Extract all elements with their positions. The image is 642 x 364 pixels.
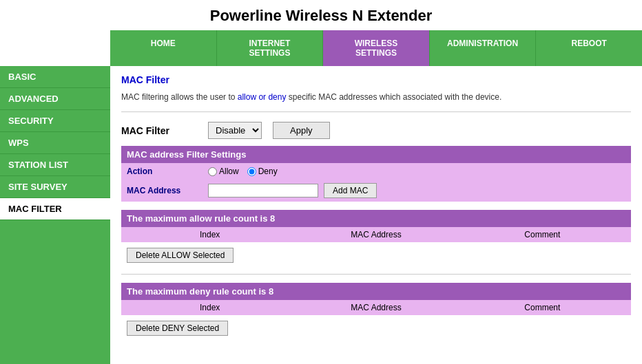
sidebar: BASIC ADVANCED SECURITY WPS STATION LIST… bbox=[0, 66, 110, 364]
deny-rules-section: The maximum deny rule count is 8 Index M… bbox=[121, 283, 631, 341]
allow-col-index: Index bbox=[127, 230, 293, 239]
divider-1 bbox=[121, 111, 631, 112]
deny-col-index: Index bbox=[127, 303, 293, 312]
deny-radio[interactable] bbox=[247, 167, 256, 176]
sidebar-item-mac-filter[interactable]: MAC FILTER bbox=[0, 198, 110, 220]
mac-address-row: MAC Address Add MAC bbox=[121, 180, 631, 202]
sidebar-item-security[interactable]: SECURITY bbox=[0, 110, 110, 132]
main-layout: BASIC ADVANCED SECURITY WPS STATION LIST… bbox=[0, 66, 642, 364]
sidebar-item-wps[interactable]: WPS bbox=[0, 132, 110, 154]
allow-radio[interactable] bbox=[208, 167, 217, 176]
filter-settings-section: MAC address Filter Settings Action Allow… bbox=[121, 146, 631, 202]
nav-administration[interactable]: ADMINISTRATION bbox=[430, 30, 537, 66]
action-label: Action bbox=[127, 167, 203, 176]
action-row: Action Allow Deny bbox=[121, 163, 631, 180]
deny-delete-row: Delete DENY Selected bbox=[121, 315, 631, 341]
mac-address-label: MAC Address bbox=[127, 186, 203, 195]
deny-section-header: The maximum deny rule count is 8 bbox=[121, 283, 631, 300]
allow-delete-row: Delete ALLOW Selected bbox=[121, 242, 631, 268]
filter-settings-header: MAC address Filter Settings bbox=[121, 146, 631, 163]
description-rest: specific MAC addresses which associated … bbox=[286, 92, 501, 102]
top-nav: HOME INTERNET SETTINGS WIRELESS SETTINGS… bbox=[110, 30, 642, 66]
mac-address-input[interactable] bbox=[208, 184, 318, 197]
deny-label: Deny bbox=[258, 167, 278, 176]
mac-filter-label: MAC Filter bbox=[121, 125, 197, 136]
nav-internet-settings[interactable]: INTERNET SETTINGS bbox=[217, 30, 324, 66]
mac-filter-select[interactable]: Disable Enable bbox=[208, 122, 262, 139]
apply-button[interactable]: Apply bbox=[273, 122, 330, 139]
deny-radio-label[interactable]: Deny bbox=[247, 167, 278, 176]
nav-wireless-settings[interactable]: WIRELESS SETTINGS bbox=[323, 30, 430, 66]
allow-radio-label[interactable]: Allow bbox=[208, 167, 239, 176]
sidebar-item-site-survey[interactable]: SITE SURVEY bbox=[0, 176, 110, 198]
sidebar-item-station-list[interactable]: STATION LIST bbox=[0, 154, 110, 176]
description-highlight: allow or deny bbox=[238, 92, 287, 102]
description-plain: MAC filtering allows the user to bbox=[121, 92, 238, 102]
page-title: Powerline Wireless N Extender bbox=[0, 0, 642, 30]
divider-2 bbox=[121, 274, 631, 275]
mac-filter-row: MAC Filter Disable Enable Apply bbox=[121, 122, 631, 139]
delete-deny-button[interactable]: Delete DENY Selected bbox=[127, 321, 228, 336]
allow-table-header: Index MAC Address Comment bbox=[121, 227, 631, 242]
deny-col-comment: Comment bbox=[459, 303, 625, 312]
nav-home[interactable]: HOME bbox=[110, 30, 217, 66]
deny-col-mac: MAC Address bbox=[293, 303, 459, 312]
add-mac-button[interactable]: Add MAC bbox=[324, 183, 377, 198]
allow-col-mac: MAC Address bbox=[293, 230, 459, 239]
section-title: MAC Filter bbox=[121, 74, 631, 85]
allow-label: Allow bbox=[219, 167, 239, 176]
sidebar-item-advanced[interactable]: ADVANCED bbox=[0, 88, 110, 110]
allow-section-header: The maximum allow rule count is 8 bbox=[121, 210, 631, 227]
nav-reboot[interactable]: REBOOT bbox=[536, 30, 642, 66]
action-radio-group: Allow Deny bbox=[208, 167, 278, 176]
delete-allow-button[interactable]: Delete ALLOW Selected bbox=[127, 248, 234, 263]
description-text: MAC filtering allows the user to allow o… bbox=[121, 91, 631, 103]
sidebar-item-basic[interactable]: BASIC bbox=[0, 66, 110, 88]
allow-rules-section: The maximum allow rule count is 8 Index … bbox=[121, 210, 631, 268]
deny-table-header: Index MAC Address Comment bbox=[121, 300, 631, 315]
content-area: MAC Filter MAC filtering allows the user… bbox=[110, 66, 642, 364]
allow-col-comment: Comment bbox=[459, 230, 625, 239]
